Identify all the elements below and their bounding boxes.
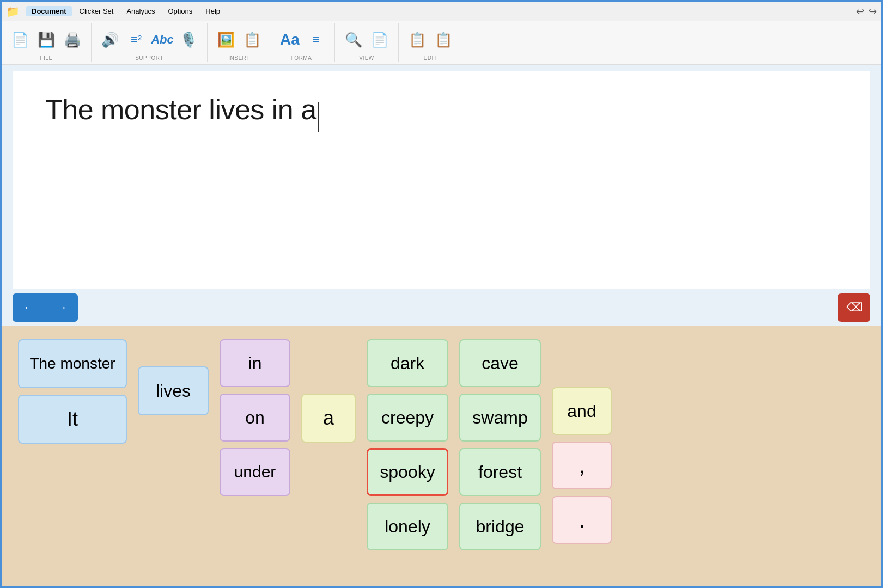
tile-comma[interactable]: , bbox=[552, 442, 612, 489]
insert-button[interactable]: 📋 bbox=[240, 26, 264, 54]
document-area: The monster lives in a bbox=[13, 71, 870, 289]
insert-group-label: INSERT bbox=[228, 55, 250, 61]
nouns-column: cave swamp forest bridge bbox=[459, 339, 541, 550]
tile-forest[interactable]: forest bbox=[459, 448, 541, 496]
word-board: The monster It lives in on under a dark … bbox=[2, 326, 881, 586]
paste-button[interactable]: 📋 bbox=[405, 26, 429, 54]
print-button[interactable]: 🖨️ bbox=[60, 26, 84, 54]
page-view-button[interactable]: 📄 bbox=[368, 26, 392, 54]
tile-bridge[interactable]: bridge bbox=[459, 503, 541, 550]
tile-lonely[interactable]: lonely bbox=[367, 503, 448, 550]
toolbar-group-edit: 📋 📋 EDIT bbox=[399, 23, 462, 62]
punctuation-column: and , . bbox=[552, 387, 612, 544]
toolbar-group-view: 🔍 📄 VIEW bbox=[335, 23, 399, 62]
undo-icon[interactable]: ↩ bbox=[856, 5, 864, 17]
document-text[interactable]: The monster lives in a bbox=[45, 94, 316, 125]
tile-under[interactable]: under bbox=[220, 448, 290, 496]
toolbar-group-support: 🔊 ≡² Abc 🎙️ SUPPORT bbox=[92, 23, 208, 62]
title-bar-tabs: Document Clicker Set Analytics Options H… bbox=[26, 6, 226, 16]
file-group-label: FILE bbox=[40, 55, 52, 61]
font-button[interactable]: Aa bbox=[278, 26, 302, 54]
audio-button[interactable]: 🔊 bbox=[98, 26, 122, 54]
prepositions-column: in on under bbox=[220, 339, 290, 496]
save-button[interactable]: 💾 bbox=[34, 26, 58, 54]
search-button[interactable]: 🔍 bbox=[342, 26, 366, 54]
tile-and[interactable]: and bbox=[552, 387, 612, 435]
toolbar-group-format: Aa ≡ FORMAT bbox=[271, 23, 335, 62]
tile-period[interactable]: . bbox=[552, 496, 612, 544]
adjectives-column: dark creepy spooky lonely bbox=[367, 339, 448, 550]
toolbar: 📄 💾 🖨️ FILE 🔊 ≡² Abc 🎙️ SUPPORT 🖼️ 📋 INS… bbox=[2, 21, 881, 65]
format-group-label: FORMAT bbox=[291, 55, 315, 61]
subjects-column: The monster It bbox=[18, 339, 127, 444]
tile-a[interactable]: a bbox=[301, 394, 356, 443]
tile-dark[interactable]: dark bbox=[367, 339, 448, 387]
toolbar-group-insert: 🖼️ 📋 INSERT bbox=[208, 23, 271, 62]
microphone-button[interactable]: 🎙️ bbox=[176, 26, 200, 54]
toolbar-group-file: 📄 💾 🖨️ FILE bbox=[2, 23, 92, 62]
back-button[interactable]: ← bbox=[13, 293, 45, 322]
edit-group-label: EDIT bbox=[424, 55, 437, 61]
verbs-column: lives bbox=[138, 366, 209, 415]
view-group-label: VIEW bbox=[359, 55, 374, 61]
tile-the-monster[interactable]: The monster bbox=[18, 339, 127, 388]
tab-help[interactable]: Help bbox=[200, 6, 226, 16]
copy-button[interactable]: 📋 bbox=[431, 26, 455, 54]
tile-creepy[interactable]: creepy bbox=[367, 394, 448, 442]
tile-spooky[interactable]: spooky bbox=[367, 448, 448, 496]
nav-buttons: ← → bbox=[13, 293, 78, 322]
tile-it[interactable]: It bbox=[18, 395, 127, 444]
title-bar-controls: ↩ ↪ bbox=[856, 5, 877, 17]
title-bar: 📁 Document Clicker Set Analytics Options… bbox=[2, 2, 881, 21]
new-file-button[interactable]: 📄 bbox=[8, 26, 32, 54]
spellcheck-button[interactable]: Abc bbox=[150, 26, 174, 54]
delete-button[interactable]: ⌫ bbox=[838, 293, 870, 322]
image-button[interactable]: 🖼️ bbox=[214, 26, 238, 54]
tile-on[interactable]: on bbox=[220, 394, 290, 442]
text-cursor bbox=[318, 102, 319, 132]
articles-column: a bbox=[301, 394, 356, 443]
tile-in[interactable]: in bbox=[220, 339, 290, 387]
support-group-label: SUPPORT bbox=[135, 55, 163, 61]
app-window: 📁 Document Clicker Set Analytics Options… bbox=[0, 0, 883, 588]
nav-area: ← → ⌫ bbox=[2, 289, 881, 326]
tab-clicker-set[interactable]: Clicker Set bbox=[74, 6, 119, 16]
tab-analytics[interactable]: Analytics bbox=[121, 6, 160, 16]
forward-button[interactable]: → bbox=[45, 293, 78, 322]
folder-icon: 📁 bbox=[6, 5, 20, 18]
tile-swamp[interactable]: swamp bbox=[459, 394, 541, 442]
tile-cave[interactable]: cave bbox=[459, 339, 541, 387]
redo-icon[interactable]: ↪ bbox=[869, 5, 877, 17]
tile-lives[interactable]: lives bbox=[138, 366, 209, 415]
paragraph-button[interactable]: ≡ bbox=[304, 26, 328, 54]
numbered-list-button[interactable]: ≡² bbox=[124, 26, 148, 54]
tab-document[interactable]: Document bbox=[26, 6, 72, 16]
tab-options[interactable]: Options bbox=[162, 6, 198, 16]
